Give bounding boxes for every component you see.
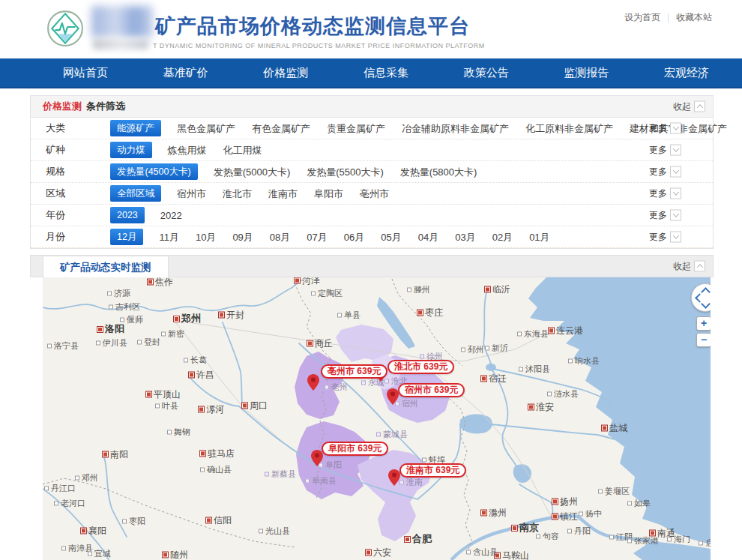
map-city-label: 焦作 <box>148 277 173 289</box>
filter-chip-selected-3-0[interactable]: 全部区域 <box>110 185 161 202</box>
filter-option-1-2[interactable]: 化工用煤 <box>223 140 262 161</box>
filter-option-5-6[interactable]: 06月 <box>344 227 364 248</box>
map-zoom-out-button[interactable]: − <box>696 333 711 347</box>
city-dot-icon <box>137 340 142 344</box>
city-dot-icon <box>146 392 151 397</box>
filter-option-5-5[interactable]: 07月 <box>307 227 327 248</box>
map-pin-icon[interactable] <box>388 469 400 486</box>
filter-chip-selected-2-0[interactable]: 发热量(4500大卡) <box>110 163 198 180</box>
chevron-down-icon[interactable] <box>670 145 681 156</box>
city-dot-icon <box>627 501 632 505</box>
chevron-down-icon[interactable] <box>670 166 681 178</box>
filter-option-5-1[interactable]: 11月 <box>159 227 179 248</box>
filter-option-5-2[interactable]: 10月 <box>196 227 216 248</box>
more-button[interactable]: 更多 <box>649 122 681 135</box>
filter-option-5-3[interactable]: 09月 <box>232 227 253 248</box>
map-city-label: 周口 <box>242 400 268 412</box>
filter-chip-selected-1-0[interactable]: 动力煤 <box>110 142 152 158</box>
city-dot-icon <box>61 546 66 550</box>
nav-item-4[interactable]: 政策公告 <box>464 66 509 80</box>
filter-option-5-10[interactable]: 02月 <box>492 227 513 248</box>
city-dot-icon <box>376 432 381 436</box>
chevron-up-icon[interactable] <box>694 261 705 272</box>
map-city-label: 宿迁 <box>481 373 507 385</box>
price-marker-label-2[interactable]: 宿州市 639元 <box>398 383 465 397</box>
city-dot-icon <box>602 426 607 431</box>
city-dot-icon <box>167 430 172 434</box>
filter-option-0-5[interactable]: 化工原料非金属矿产 <box>525 118 613 139</box>
filter-option-5-9[interactable]: 03月 <box>455 227 475 248</box>
filter-option-4-1[interactable]: 2022 <box>160 205 182 226</box>
nav-item-5[interactable]: 监测报告 <box>564 66 609 80</box>
more-button[interactable]: 更多 <box>649 144 681 157</box>
nav-item-6[interactable]: 宏观经济 <box>664 66 709 80</box>
filter-option-3-2[interactable]: 淮北市 <box>223 184 252 205</box>
filter-option-0-3[interactable]: 贵重金属矿产 <box>327 118 385 139</box>
more-button[interactable]: 更多 <box>649 209 681 222</box>
more-button[interactable]: 更多 <box>649 187 681 200</box>
map-city-label: 涟水县 <box>547 388 579 400</box>
filter-option-5-8[interactable]: 04月 <box>418 227 438 248</box>
filter-options: 20232022 <box>110 205 190 226</box>
chevron-down-icon[interactable] <box>670 188 681 199</box>
filter-option-3-3[interactable]: 淮南市 <box>268 184 298 205</box>
filter-option-3-1[interactable]: 宿州市 <box>177 184 206 205</box>
filter-chip-selected-0-0[interactable]: 能源矿产 <box>110 120 161 136</box>
filter-option-5-7[interactable]: 05月 <box>381 227 401 248</box>
filter-row-0: 大类能源矿产黑色金属矿产有色金属矿产贵重金属矿产冶金辅助原料非金属矿产化工原料非… <box>31 118 713 139</box>
filter-option-0-2[interactable]: 有色金属矿产 <box>252 118 310 139</box>
nav-item-3[interactable]: 信息采集 <box>364 66 408 80</box>
city-dot-icon <box>579 511 583 516</box>
filter-options: 12月11月10月09月08月07月06月05月04月03月02月01月 <box>110 226 558 248</box>
filter-title-primary: 价格监测 <box>43 100 82 113</box>
filter-option-2-2[interactable]: 发热量(5500大卡) <box>307 162 384 183</box>
map-pin-icon[interactable] <box>311 450 323 466</box>
map-zoom-in-button[interactable]: + <box>696 316 711 331</box>
map-city-label: 枣庄 <box>417 307 443 319</box>
city-dot-icon <box>206 518 211 523</box>
filter-option-2-3[interactable]: 发热量(5800大卡) <box>400 162 477 183</box>
city-dot-icon <box>305 478 310 483</box>
monitor-collapse-button[interactable]: 收起 <box>673 260 705 273</box>
filter-option-1-1[interactable]: 炼焦用煤 <box>168 140 207 161</box>
nav-item-0[interactable]: 网站首页 <box>63 66 108 80</box>
filter-option-3-5[interactable]: 亳州市 <box>360 184 389 205</box>
filter-option-0-4[interactable]: 冶金辅助原料非金属矿产 <box>402 118 509 139</box>
more-button[interactable]: 更多 <box>649 166 681 178</box>
filter-chip-selected-4-0[interactable]: 2023 <box>110 207 145 223</box>
filter-chip-selected-5-0[interactable]: 12月 <box>110 229 143 245</box>
map-city-label: 东海县 <box>517 328 549 340</box>
filter-option-2-1[interactable]: 发热量(5000大卡) <box>214 162 291 183</box>
price-marker-label-3[interactable]: 阜阳市 639元 <box>322 442 388 456</box>
collapse-label: 收起 <box>673 100 691 113</box>
city-dot-icon <box>107 291 112 295</box>
nav-item-2[interactable]: 价格监测 <box>263 66 308 80</box>
chevron-down-icon[interactable] <box>670 232 681 243</box>
price-marker-label-1[interactable]: 淮北市 639元 <box>387 360 454 374</box>
filter-option-0-1[interactable]: 黑色金属矿产 <box>177 118 235 139</box>
price-marker-label-4[interactable]: 淮南市 639元 <box>399 463 466 478</box>
map-city-label: 新沂 <box>485 343 508 354</box>
map-pin-icon[interactable] <box>307 374 319 391</box>
chevron-down-icon[interactable] <box>670 210 681 221</box>
chevron-down-icon[interactable] <box>670 123 681 134</box>
chevron-up-icon[interactable] <box>694 101 705 112</box>
map-pin-icon[interactable] <box>387 388 399 405</box>
monitor-tab[interactable]: 矿产品动态实时监测 <box>43 256 169 280</box>
map-city-label: 漯河 <box>199 403 224 416</box>
map-city-label: 淮南 <box>399 477 423 488</box>
favorite-link[interactable]: 收藏本站 <box>676 11 712 24</box>
filter-collapse-button[interactable]: 收起 <box>673 100 705 113</box>
more-button[interactable]: 更多 <box>649 231 681 244</box>
header-links: 设为首页 收藏本站 <box>624 11 712 24</box>
set-home-link[interactable]: 设为首页 <box>624 11 660 24</box>
map-city-label: 临沂 <box>485 283 510 296</box>
city-dot-icon <box>88 551 92 556</box>
city-dot-icon <box>485 287 490 292</box>
filter-option-5-11[interactable]: 01月 <box>529 227 549 248</box>
price-monitor-map[interactable]: 焦作菏泽洛阳郑州开封商丘许昌平顶山漯河周口南阳驻马店信阳襄阳随州枣庄临沂连云港宿… <box>43 277 711 560</box>
filter-option-5-4[interactable]: 08月 <box>270 227 290 248</box>
nav-item-1[interactable]: 基准矿价 <box>163 66 208 80</box>
filter-option-3-4[interactable]: 阜阳市 <box>314 184 343 205</box>
price-marker-label-0[interactable]: 亳州市 639元 <box>321 364 387 379</box>
